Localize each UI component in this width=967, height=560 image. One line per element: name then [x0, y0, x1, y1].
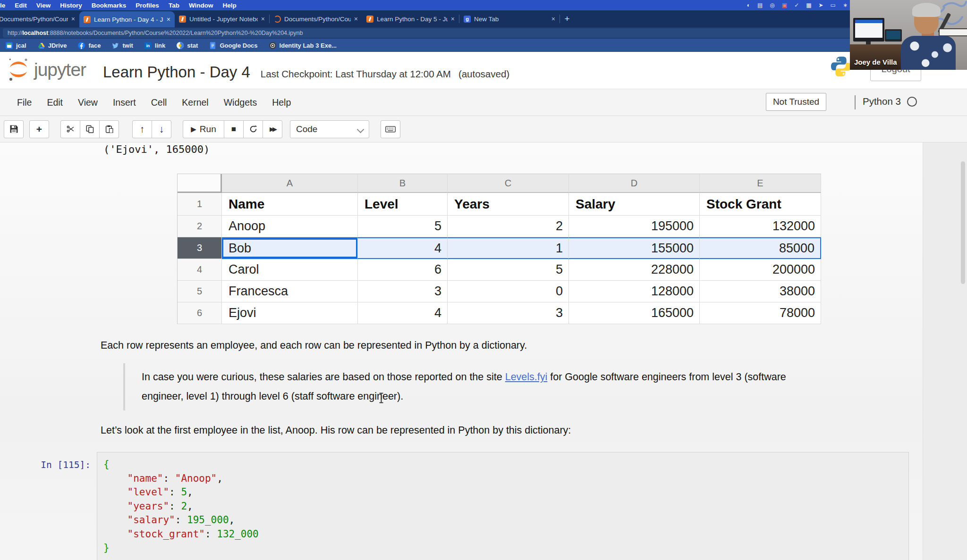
code-line: "years": 2, [103, 500, 908, 514]
run-button[interactable]: ▶Run [183, 120, 224, 138]
macos-menu-view[interactable]: View [32, 2, 56, 9]
stop-kernel-button[interactable]: ■ [224, 120, 244, 138]
code-editor[interactable]: { "name": "Anoop", "level": 5, "years": … [103, 458, 908, 555]
browser-tab[interactable]: Documents/Python/Course 20× [270, 10, 362, 27]
url-path: :8888/notebooks/Documents/Python/Course%… [48, 30, 303, 36]
restart-run-all-button[interactable]: ▶▶ [263, 120, 282, 138]
notebook-title[interactable]: Learn Python - Day 4 [103, 63, 250, 81]
contrast-icon[interactable]: ◐ [747, 0, 750, 10]
cell-type-select[interactable]: Code [290, 120, 369, 138]
jupyter-menu-help[interactable]: Help [264, 97, 298, 108]
macos-menu-window[interactable]: Window [184, 2, 218, 9]
person [901, 36, 956, 70]
move-cell-up-button[interactable]: ↑ [132, 120, 152, 138]
code-token [103, 473, 127, 484]
browser-url-bar: http://localhost:8888/notebooks/Document… [0, 27, 967, 39]
jupyter-menu-cell[interactable]: Cell [144, 97, 175, 108]
code-line: { [103, 458, 908, 472]
browser-tab[interactable]: Documents/Python/Course 20× [0, 10, 79, 27]
move-cell-down-button-icon: ↓ [159, 124, 164, 135]
page-gutter [923, 142, 967, 560]
command-palette-button[interactable] [381, 120, 400, 138]
levels-fyi-link[interactable]: Levels.fyi [505, 371, 548, 383]
bookmarks-bar: jcalJDrivefacetwitinlinkstatGoogle DocsI… [0, 39, 967, 52]
macos-menu-tab[interactable]: Tab [164, 2, 184, 9]
not-trusted-button[interactable]: Not Trusted [766, 93, 826, 111]
menubar-status-icons: ◐▤◎▣✓▦➤▭∗ [747, 0, 848, 10]
svg-text:in: in [146, 43, 150, 48]
url-input[interactable]: http://localhost:8888/notebooks/Document… [3, 28, 964, 38]
cell-output-text: ('Ejovi', 165000) [103, 143, 210, 155]
code-token [103, 486, 127, 498]
macos-menu-history[interactable]: History [55, 2, 87, 9]
tab-close-icon[interactable]: × [261, 15, 265, 23]
macos-menu-file[interactable]: File [0, 2, 10, 9]
browser-tab-bar: Documents/Python/Course 20×Learn Python … [0, 10, 967, 27]
tab-close-icon[interactable]: × [71, 15, 75, 23]
grid-icon[interactable]: ▦ [806, 0, 811, 10]
scrollbar[interactable] [961, 161, 965, 284]
bookmark-label: Google Docs [220, 42, 257, 49]
target-icon[interactable]: ◎ [770, 0, 774, 10]
jupyter-menu-widgets[interactable]: Widgets [216, 97, 264, 108]
jupyter-menu-file[interactable]: File [9, 97, 39, 108]
code-token: , [187, 486, 193, 498]
bookmark-stat[interactable]: stat [177, 42, 198, 49]
bookmark-calendar[interactable]: jcal [6, 42, 26, 49]
sheet-cell: 132000 [700, 216, 821, 237]
tab-close-icon[interactable]: × [167, 16, 170, 23]
paste-cell-button[interactable] [99, 120, 119, 138]
jupyter-notebook-icon [366, 16, 373, 23]
camera-icon[interactable]: ▤ [757, 0, 763, 10]
jupyter-menu-insert[interactable]: Insert [105, 97, 144, 108]
sheet-cell: 4 [358, 302, 448, 324]
jupyter-menu-kernel[interactable]: Kernel [174, 97, 216, 108]
add-cell-button[interactable]: + [29, 120, 49, 138]
move-cell-up-button-icon: ↑ [140, 124, 145, 135]
url-host: localhost [22, 30, 48, 36]
share-icon[interactable]: ➤ [819, 0, 823, 10]
new-tab-button[interactable]: + [560, 12, 574, 26]
bookmark-identity[interactable]: Identity Lab 3 Exe... [269, 42, 337, 49]
quote-text: In case you were curious, these salaries… [142, 371, 505, 383]
browser-tab[interactable]: Learn Python - Day 4 - Jupyte× [79, 11, 175, 27]
docs-icon [209, 42, 216, 49]
code-cell-input[interactable]: { "name": "Anoop", "level": 5, "years": … [97, 452, 909, 560]
sheet-cell: Francesca [222, 281, 358, 302]
restart-kernel-button[interactable] [243, 120, 263, 138]
jupyter-brand[interactable]: jupyter [34, 59, 86, 80]
card-icon[interactable]: ▭ [831, 0, 836, 10]
macos-menu-edit[interactable]: Edit [10, 2, 32, 9]
code-token: 2 [181, 501, 187, 512]
macos-menu-profiles[interactable]: Profiles [131, 2, 164, 9]
tab-close-icon[interactable]: × [354, 15, 358, 23]
jupyter-menu-edit[interactable]: Edit [39, 97, 70, 108]
bookmark-facebook[interactable]: face [78, 42, 101, 49]
tab-close-icon[interactable]: × [451, 15, 455, 23]
tab-close-icon[interactable]: × [551, 15, 555, 23]
bookmark-linkedin[interactable]: inlink [144, 42, 165, 49]
move-cell-down-button[interactable]: ↓ [152, 120, 171, 138]
save-button[interactable] [4, 120, 24, 138]
bluetooth-icon[interactable]: ∗ [843, 0, 848, 10]
sheet-column-header: B [358, 174, 448, 193]
bookmark-drive[interactable]: JDrive [38, 42, 67, 49]
macos-menu-bookmarks[interactable]: Bookmarks [87, 2, 131, 9]
macos-menu-help[interactable]: Help [218, 2, 241, 9]
record-icon[interactable]: ▣ [782, 0, 787, 10]
browser-tab[interactable]: Learn Python - Day 5 - Jupyte× [362, 10, 459, 27]
check-circle-icon[interactable]: ✓ [794, 0, 799, 10]
drive-icon [38, 42, 45, 49]
tab-title: Learn Python - Day 5 - Jupyte [377, 16, 448, 23]
jupyter-notebook-icon [84, 16, 91, 23]
cut-cell-button[interactable] [60, 120, 80, 138]
sheet-cell: Salary [569, 193, 700, 216]
play-icon: ▶ [191, 125, 196, 134]
bookmark-twitter[interactable]: twit [112, 42, 133, 49]
browser-tab[interactable]: gNew Tab× [459, 10, 560, 27]
browser-tab[interactable]: Untitled - Jupyter Notebook× [175, 10, 269, 27]
copy-cell-button[interactable] [80, 120, 100, 138]
jupyter-menu-view[interactable]: View [70, 97, 105, 108]
bookmark-docs[interactable]: Google Docs [209, 42, 257, 49]
sheet-row-number: 1 [178, 193, 222, 216]
